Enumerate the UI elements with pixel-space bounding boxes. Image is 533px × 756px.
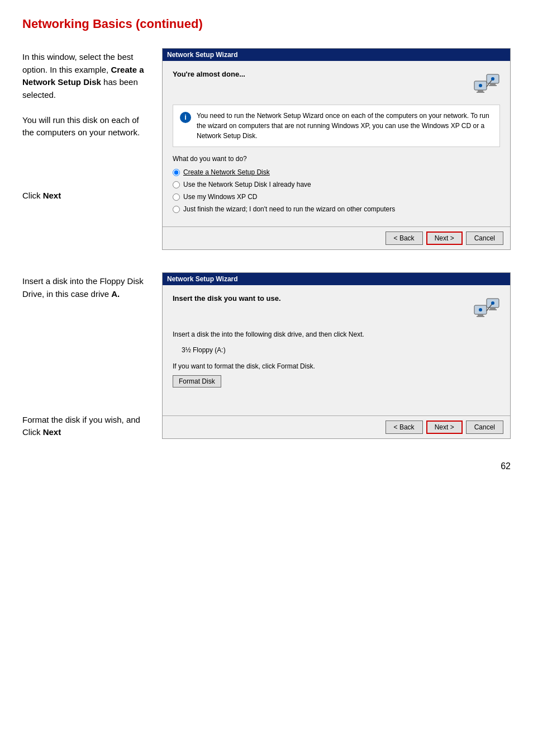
section-1: In this window, select the best option. … [22, 48, 511, 250]
wizard-title-label-1: Network Setup Wizard [167, 51, 238, 59]
drive-label: 3½ Floppy (A:) [182, 344, 500, 357]
format-prompt: If you want to format the disk, click Fo… [173, 361, 500, 373]
svg-rect-13 [490, 308, 496, 309]
network-icon-1 [473, 70, 500, 97]
radio-label-1: Use the Network Setup Disk I already hav… [183, 181, 311, 188]
wizard-question-1: What do you want to do? [173, 155, 500, 163]
format-disk-button[interactable]: Format Disk [173, 375, 221, 388]
svg-point-8 [491, 77, 494, 81]
wizard-footer-2: < Back Next > Cancel [163, 415, 510, 438]
svg-rect-5 [489, 85, 497, 86]
radio-label-2: Use my Windows XP CD [183, 193, 257, 201]
svg-point-17 [491, 301, 494, 305]
section2-next-label: Next [43, 427, 61, 437]
floppy-info: Insert a disk the into the following dis… [173, 329, 500, 388]
radio-option-0[interactable]: Create a Network Setup Disk [173, 168, 500, 176]
svg-rect-2 [477, 92, 484, 93]
svg-rect-10 [478, 314, 483, 316]
wizard-header-1: You're almost done... [173, 70, 500, 97]
svg-point-7 [479, 84, 482, 87]
radio-label-3: Just finish the wizard; I don't need to … [183, 205, 395, 213]
info-box-1: i You need to run the Network Setup Wiza… [173, 105, 500, 147]
radio-input-1[interactable] [173, 181, 180, 188]
svg-rect-4 [490, 83, 496, 85]
insert-text: Insert a disk the into the following dis… [173, 329, 500, 341]
section1-next-label: Next [43, 191, 61, 200]
wizard-window-1: Network Setup Wizard You're almost done.… [162, 48, 511, 250]
section1-left-text: In this window, select the best option. … [22, 48, 145, 250]
section2-left-text: Insert a disk into the Floppy Disk Drive… [22, 272, 145, 439]
cancel-button-2[interactable]: Cancel [466, 420, 503, 434]
section2-text-bold: A. [111, 289, 120, 299]
svg-point-16 [479, 308, 482, 311]
wizard-body-2: Insert the disk you want to use. Insert … [163, 285, 510, 415]
radio-input-2[interactable] [173, 193, 180, 201]
radio-option-1[interactable]: Use the Network Setup Disk I already hav… [173, 181, 500, 188]
wizard-window-2: Network Setup Wizard Insert the disk you… [162, 272, 511, 439]
wizard-titlebar-2: Network Setup Wizard [163, 273, 510, 285]
info-icon-1: i [180, 112, 191, 123]
page-title: Networking Basics (continued) [22, 17, 511, 31]
section-2: Insert a disk into the Floppy Disk Drive… [22, 272, 511, 439]
cancel-button-1[interactable]: Cancel [466, 231, 503, 245]
wizard-subtitle-1: You're almost done... [173, 70, 245, 78]
svg-rect-14 [489, 309, 497, 310]
info-text-1: You need to run the Network Setup Wizard… [197, 111, 493, 141]
wizard-subtitle-2: Insert the disk you want to use. [173, 294, 281, 303]
back-button-1[interactable]: < Back [386, 231, 423, 245]
radio-input-0[interactable] [173, 169, 180, 176]
section2-text-1: Insert a disk into the Floppy Disk Drive… [22, 276, 144, 299]
radio-option-3[interactable]: Just finish the wizard; I don't need to … [173, 205, 500, 213]
wizard-footer-1: < Back Next > Cancel [163, 226, 510, 249]
section1-text-3: You will run this disk on each of the co… [22, 115, 140, 138]
svg-rect-11 [477, 316, 484, 317]
section2-format-text: Format the disk if you wish, and Click [22, 415, 140, 437]
radio-option-2[interactable]: Use my Windows XP CD [173, 193, 500, 201]
radio-label-0: Create a Network Setup Disk [183, 168, 270, 176]
section1-click-text: Click [22, 191, 43, 200]
next-button-2[interactable]: Next > [426, 420, 463, 434]
wizard-title-label-2: Network Setup Wizard [167, 275, 238, 283]
wizard-body-1: You're almost done... [163, 61, 510, 226]
svg-rect-1 [478, 90, 483, 92]
wizard-header-2: Insert the disk you want to use. [173, 294, 500, 321]
wizard-titlebar-1: Network Setup Wizard [163, 49, 510, 61]
radio-input-3[interactable] [173, 206, 180, 213]
back-button-2[interactable]: < Back [386, 420, 423, 434]
page-number: 62 [22, 461, 511, 471]
network-icon-2 [473, 294, 500, 321]
next-button-1[interactable]: Next > [426, 231, 463, 245]
